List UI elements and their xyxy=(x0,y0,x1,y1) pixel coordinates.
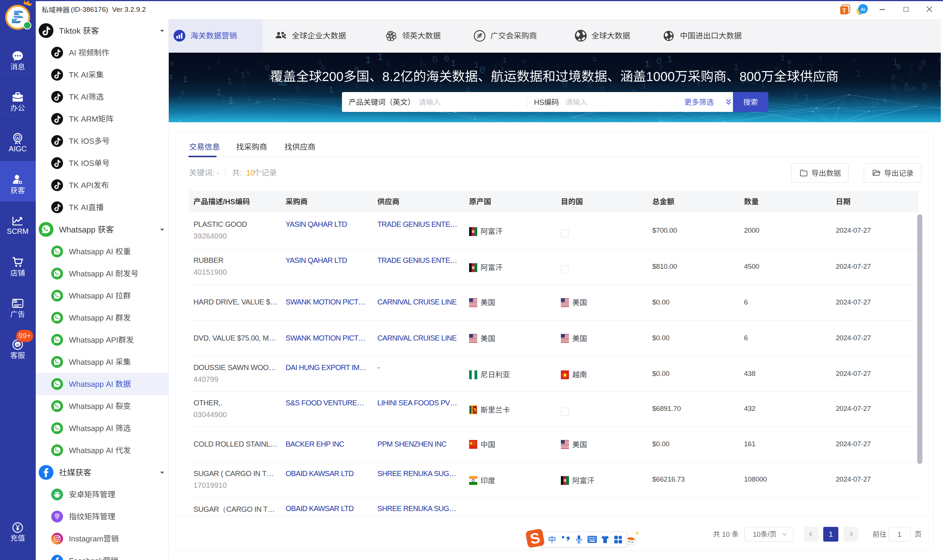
svg-text:T: T xyxy=(843,8,846,14)
svg-text:AI: AI xyxy=(16,343,20,346)
svg-text:ADS: ADS xyxy=(12,300,18,302)
svg-text:AI: AI xyxy=(16,136,19,140)
svg-text:Ai: Ai xyxy=(861,7,866,12)
